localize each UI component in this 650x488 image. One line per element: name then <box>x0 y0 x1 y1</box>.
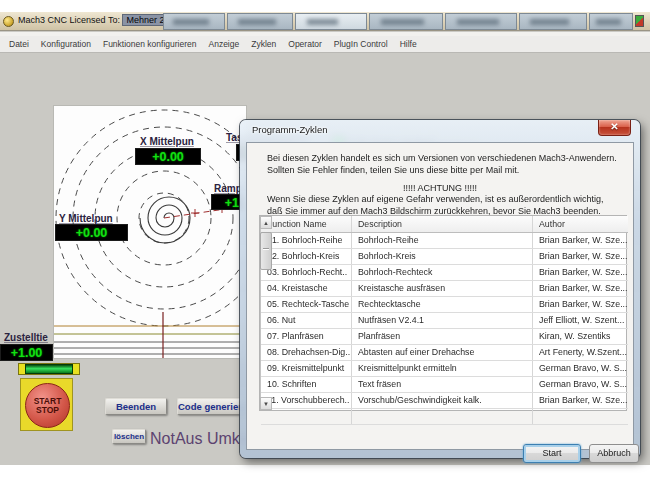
table-row[interactable]: 10. Schriften Text fräsen German Bravo, … <box>261 377 628 393</box>
cell-description: Vorschub/Geschwindigkeit kalk. <box>352 393 533 408</box>
menu-plugin-control[interactable]: PlugIn Control <box>328 39 394 49</box>
blurred-tab[interactable] <box>445 13 517 30</box>
cell-function: 05. Rechteck-Tasche <box>261 297 352 312</box>
dialog-achtung-text: !!!!! ACHTUNG !!!!! <box>247 183 633 193</box>
cell-author: German Bravo, W. S... <box>533 361 628 376</box>
table-row-empty <box>261 409 628 425</box>
app-icon <box>3 16 14 27</box>
table-row[interactable]: 02. Bohrloch-Kreis Bohrloch-Kreis Brian … <box>261 249 628 265</box>
cell-author: Brian Barker, W. Sze... <box>533 265 628 280</box>
table-row[interactable]: 03. Bohrloch-Recht.. Bohrloch-Rechteck B… <box>261 265 628 281</box>
col-header-description[interactable]: Description <box>352 216 533 232</box>
cell-author: Brian Barker, W. Sze... <box>533 393 628 408</box>
stepdown-dro[interactable]: +1.00 <box>0 344 53 361</box>
estop-button[interactable]: START STOP <box>20 378 73 431</box>
cell-description: Rechtecktasche <box>352 297 533 312</box>
table-row[interactable]: 07. Planfräsen Planfräsen Kiran, W. Szen… <box>261 329 628 345</box>
scrollbar-thumb[interactable] <box>260 232 272 270</box>
x-center-label: X Mittelpun <box>140 136 194 147</box>
background-window-tabs <box>163 12 650 31</box>
cell-function: 11. Vorschubberech.. <box>261 393 352 408</box>
screenshot-root: Mach3 CNC Licensed To: Mehner 20147 Date… <box>0 0 650 488</box>
table-row[interactable]: 05. Rechteck-Tasche Rechtecktasche Brian… <box>261 297 628 313</box>
cell-author: Art Fenerty, W.Szent... <box>533 345 628 360</box>
menu-operator[interactable]: Operator <box>282 39 328 49</box>
cell-author: German Bravo, W. S... <box>533 377 628 392</box>
tray-icon[interactable] <box>635 15 644 27</box>
cell-author: Brian Barker, W. Sze... <box>533 249 628 264</box>
ramp-dro[interactable]: +1 <box>211 194 242 210</box>
cell-function: 09. Kreismittelpunkt <box>261 361 352 376</box>
table-row[interactable]: 01. Bohrloch-Reihe Bohrloch-Reihe Brian … <box>261 233 628 249</box>
dialog-title: Programm-Zyklen <box>252 124 328 135</box>
blurred-tab[interactable] <box>369 13 443 30</box>
menu-zyklen[interactable]: Zyklen <box>245 39 282 49</box>
table-header-row: Function Name Description Author <box>261 216 628 233</box>
cell-function: 02. Bohrloch-Kreis <box>261 249 352 264</box>
menu-anzeige[interactable]: Anzeige <box>203 39 246 49</box>
cell-function: 07. Planfräsen <box>261 329 352 344</box>
scroll-up-icon[interactable]: ▲ <box>260 216 272 229</box>
estop-cap: START STOP <box>25 383 70 428</box>
cell-description: Bohrloch-Reihe <box>352 233 533 248</box>
cell-description: Abtasten auf einer Drehachse <box>352 345 533 360</box>
menu-datei[interactable]: Datei <box>3 39 35 49</box>
cell-description: Kreismittelpunkt ermitteln <box>352 361 533 376</box>
programm-zyklen-dialog: Programm-Zyklen ✕ Bei diesen Zyklen hand… <box>240 120 640 458</box>
table-row[interactable]: 11. Vorschubberech.. Vorschub/Geschwindi… <box>261 393 628 409</box>
y-center-label: Y Mittelpun <box>59 213 113 224</box>
table-scrollbar[interactable]: ▲ ▼ <box>260 216 261 410</box>
cell-function: 08. Drehachsen-Dig.. <box>261 345 352 360</box>
cell-author: Kiran, W. Szentiks <box>533 329 628 344</box>
blurred-tab-active[interactable] <box>295 13 367 30</box>
col-header-author[interactable]: Author <box>533 216 628 232</box>
cell-function: 10. Schriften <box>261 377 352 392</box>
cell-description: Planfräsen <box>352 329 533 344</box>
cell-author: Brian Barker, W. Sze... <box>533 233 628 248</box>
dialog-body: Bei diesen Zyklen handelt es sich um Ver… <box>246 142 634 450</box>
cycles-table: ▲ ▼ Function Name Description Author 01.… <box>259 215 627 411</box>
start-button[interactable]: Start <box>523 444 581 463</box>
estop-label-stop: STOP <box>36 406 59 415</box>
table-row[interactable]: 04. Kreistasche Kreistasche ausfräsen Br… <box>261 281 628 297</box>
cycles-table-body: Function Name Description Author 01. Boh… <box>261 216 628 410</box>
dialog-intro-text: Bei diesen Zyklen handelt es sich um Ver… <box>267 153 621 176</box>
x-center-dro[interactable]: +0.00 <box>135 148 201 165</box>
cell-description: Bohrloch-Rechteck <box>352 265 533 280</box>
blurred-tab[interactable] <box>163 13 225 30</box>
blurred-tab[interactable] <box>519 13 587 30</box>
cell-description: Text fräsen <box>352 377 533 392</box>
col-header-function[interactable]: Function Name <box>261 216 352 232</box>
stepdown-label: Zustelltie <box>4 332 48 343</box>
cell-function: 06. Nut <box>261 313 352 328</box>
window-title-text: Mach3 CNC Licensed To: <box>18 15 120 25</box>
cell-author: Jeff Elliott, W. Szent... <box>533 313 628 328</box>
cell-function: 04. Kreistasche <box>261 281 352 296</box>
table-row[interactable]: 08. Drehachsen-Dig.. Abtasten auf einer … <box>261 345 628 361</box>
blurred-tab[interactable] <box>227 13 293 30</box>
cell-author: Brian Barker, W. Sze... <box>533 297 628 312</box>
abbruch-button[interactable]: Abbruch <box>589 444 639 463</box>
menu-funktionen-konfigurieren[interactable]: Funktionen konfigurieren <box>97 39 203 49</box>
y-center-dro[interactable]: +0.00 <box>55 224 128 241</box>
loeschen-button[interactable]: löschen <box>112 429 146 444</box>
menu-hilfe[interactable]: Hilfe <box>394 39 423 49</box>
menu-konfiguration[interactable]: Konfiguration <box>35 39 97 49</box>
code-generieren-button[interactable]: Code generieren <box>177 398 245 415</box>
close-icon[interactable]: ✕ <box>598 120 631 136</box>
cell-description: Bohrloch-Kreis <box>352 249 533 264</box>
table-row[interactable]: 09. Kreismittelpunkt Kreismittelpunkt er… <box>261 361 628 377</box>
scroll-down-icon[interactable]: ▼ <box>260 397 272 410</box>
menu-bar: Datei Konfiguration Funktionen konfiguri… <box>0 36 650 53</box>
cell-function: 01. Bohrloch-Reihe <box>261 233 352 248</box>
cell-description: Kreistasche ausfräsen <box>352 281 533 296</box>
cell-function: 03. Bohrloch-Recht.. <box>261 265 352 280</box>
title-bar: Mach3 CNC Licensed To: Mehner 20147 <box>0 12 650 31</box>
cell-author: Brian Barker, W. Sze... <box>533 281 628 296</box>
feed-progress-bar <box>18 363 80 375</box>
beenden-button[interactable]: Beenden <box>105 398 167 415</box>
ramp-label: Ramp <box>214 183 242 194</box>
table-row[interactable]: 06. Nut Nutfräsen V2.4.1 Jeff Elliott, W… <box>261 313 628 329</box>
blurred-tab[interactable] <box>589 13 633 30</box>
cell-description: Nutfräsen V2.4.1 <box>352 313 533 328</box>
